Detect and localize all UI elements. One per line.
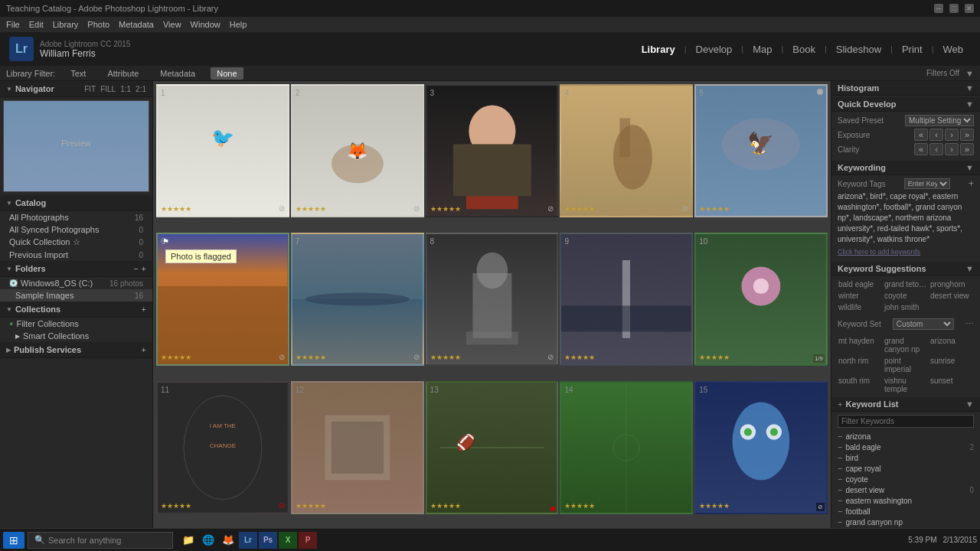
taskbar-firefox[interactable]: 🦊 bbox=[219, 532, 237, 549]
catalog-previous[interactable]: Previous Import 0 bbox=[0, 249, 152, 261]
filter-attribute[interactable]: Attribute bbox=[101, 67, 145, 80]
nav-2-1[interactable]: 2:1 bbox=[136, 85, 146, 93]
ks-sunrise[interactable]: sunrise bbox=[929, 356, 974, 374]
photo-cell-9[interactable]: 9 ★★★★★ bbox=[560, 233, 693, 366]
minimize-button[interactable]: ─ bbox=[934, 4, 943, 13]
catalog-all-photos[interactable]: All Photographs 16 bbox=[0, 211, 152, 223]
histogram-section-header[interactable]: Histogram ▼ bbox=[831, 81, 980, 96]
ks-arizona[interactable]: arizona bbox=[929, 336, 974, 354]
keywording-section-header[interactable]: Keywording ▼ bbox=[831, 161, 980, 175]
exposure-dec-dec[interactable]: « bbox=[914, 129, 928, 141]
taskbar-photoshop[interactable]: Ps bbox=[259, 532, 277, 549]
taskbar-powerpoint[interactable]: P bbox=[299, 532, 317, 549]
clarity-inc-inc[interactable]: » bbox=[960, 143, 974, 155]
quick-develop-section-header[interactable]: Quick Develop ▼ bbox=[831, 97, 980, 112]
ks-mt-hayden[interactable]: mt hayden bbox=[838, 336, 882, 354]
menu-file[interactable]: File bbox=[6, 20, 20, 29]
nav-map[interactable]: Map bbox=[745, 41, 779, 58]
start-button[interactable]: ⊞ bbox=[3, 532, 24, 549]
photo-cell-14[interactable]: 14 ★★★★★ bbox=[560, 381, 693, 514]
suggestion-john-smith[interactable]: john smith bbox=[884, 302, 928, 312]
suggestion-desert-view[interactable]: desert view bbox=[929, 291, 974, 301]
suggestion-coyote[interactable]: coyote bbox=[884, 291, 928, 301]
ks-north-rim[interactable]: north rim bbox=[838, 356, 882, 374]
taskbar-lightroom[interactable]: Lr bbox=[239, 532, 257, 549]
menu-edit[interactable]: Edit bbox=[29, 20, 44, 29]
suggestion-bald-eagle[interactable]: bald eagle bbox=[838, 279, 882, 289]
exposure-inc-inc[interactable]: » bbox=[960, 129, 974, 141]
keyword-add-icon[interactable]: + bbox=[969, 178, 974, 189]
menu-photo[interactable]: Photo bbox=[87, 20, 109, 29]
menu-library[interactable]: Library bbox=[53, 20, 79, 29]
menu-view[interactable]: View bbox=[163, 20, 181, 29]
navigator-section[interactable]: ▼ Navigator FIT FILL 1:1 2:1 bbox=[0, 81, 152, 97]
clarity-inc[interactable]: › bbox=[945, 143, 959, 155]
suggestion-winter[interactable]: winter bbox=[838, 291, 882, 301]
click-to-add-keywords[interactable]: Click here to add keywords bbox=[838, 248, 974, 256]
photo-cell-15[interactable]: 15 ★★★★★ ⊘ bbox=[694, 381, 828, 514]
photo-grid[interactable]: 🐦 1 ★★★★★ ⊘ 🦊 2 ★★★★★ bbox=[153, 81, 831, 531]
nav-1-1[interactable]: 1:1 bbox=[120, 85, 131, 93]
catalog-quick[interactable]: Quick Collection ☆ 0 bbox=[0, 236, 152, 249]
suggestion-grand-teton[interactable]: grand teton np bbox=[884, 279, 928, 289]
filter-toggle[interactable]: ▼ bbox=[965, 69, 974, 78]
nav-web[interactable]: Web bbox=[936, 41, 972, 58]
photo-cell-3[interactable]: 3 ★★★★★ ⊘ bbox=[426, 84, 559, 217]
photo-cell-6[interactable]: 6 ⚑ ★★★★★ ⊘ Photo is flagged bbox=[156, 233, 289, 366]
keyword-suggestions-header[interactable]: Keyword Suggestions ▼ bbox=[831, 262, 980, 276]
catalog-section-header[interactable]: ▼ Catalog bbox=[0, 195, 152, 211]
publish-section-header[interactable]: ▶ Publish Services + bbox=[0, 342, 152, 358]
filter-metadata[interactable]: Metadata bbox=[154, 67, 201, 80]
taskbar-chrome[interactable]: 🌐 bbox=[199, 532, 217, 549]
menu-help[interactable]: Help bbox=[230, 20, 247, 29]
filter-collections[interactable]: ● Filter Collections bbox=[0, 318, 152, 330]
nav-book[interactable]: Book bbox=[785, 41, 823, 58]
folder-sample[interactable]: Sample Images 16 bbox=[0, 289, 152, 302]
saved-preset-select[interactable]: Multiple Settings bbox=[905, 115, 974, 126]
keyword-filter-input[interactable] bbox=[838, 415, 974, 428]
filter-text[interactable]: Text bbox=[64, 67, 92, 80]
photo-cell-11[interactable]: I AM THE CHANGE 11 ★★★★★ ⊘ bbox=[156, 381, 289, 514]
photo-cell-8[interactable]: 8 ★★★★★ ⊘ bbox=[426, 233, 559, 366]
publish-plus-btn[interactable]: + bbox=[142, 345, 146, 354]
ks-south-rim[interactable]: south rim bbox=[838, 376, 882, 394]
ks-vishnu-temple[interactable]: vishnu temple bbox=[884, 376, 928, 394]
nav-develop[interactable]: Develop bbox=[688, 41, 740, 58]
photo-cell-10[interactable]: 10 ★★★★★ 1/9 bbox=[694, 233, 828, 366]
collections-section-header[interactable]: ▼ Collections + bbox=[0, 302, 152, 318]
keyword-set-edit-icon[interactable]: ⋯ bbox=[965, 319, 974, 329]
keyword-list-plus-icon[interactable]: + bbox=[838, 399, 842, 409]
exposure-dec[interactable]: ‹ bbox=[929, 129, 943, 141]
exposure-inc[interactable]: › bbox=[945, 129, 959, 141]
folders-plus-btn[interactable]: + bbox=[142, 264, 146, 273]
clarity-dec-dec[interactable]: « bbox=[914, 143, 928, 155]
folders-section-header[interactable]: ▼ Folders − + bbox=[0, 261, 152, 277]
suggestion-pronghorn[interactable]: pronghorn bbox=[929, 279, 974, 289]
clarity-dec[interactable]: ‹ bbox=[929, 143, 943, 155]
filter-none[interactable]: None bbox=[211, 67, 243, 80]
folders-minus-btn[interactable]: − bbox=[133, 264, 138, 273]
keyword-list-section-header[interactable]: + Keyword List ▼ bbox=[831, 397, 980, 412]
maximize-button[interactable]: □ bbox=[949, 4, 959, 13]
suggestion-wildlife[interactable]: wildlife bbox=[838, 302, 882, 312]
photo-cell-7[interactable]: 7 ★★★★★ ⊘ bbox=[291, 233, 424, 366]
photo-cell-2[interactable]: 🦊 2 ★★★★★ ⊘ bbox=[291, 84, 424, 217]
nav-fit[interactable]: FIT bbox=[84, 85, 96, 93]
catalog-synced[interactable]: All Synced Photographs 0 bbox=[0, 223, 152, 236]
menu-window[interactable]: Window bbox=[191, 20, 220, 29]
taskbar-explorer[interactable]: 📁 bbox=[179, 532, 198, 549]
nav-slideshow[interactable]: Slideshow bbox=[828, 41, 889, 58]
keyword-set-select[interactable]: Custom bbox=[893, 318, 954, 330]
smart-collections[interactable]: ▶ Smart Collections bbox=[0, 330, 152, 342]
close-button[interactable]: ✕ bbox=[965, 4, 974, 13]
photo-cell-5[interactable]: 🦅 5 ★★★★★ bbox=[694, 84, 828, 217]
nav-print[interactable]: Print bbox=[894, 41, 930, 58]
nav-fill[interactable]: FILL bbox=[100, 85, 116, 93]
keyword-mode-select[interactable]: Enter Keywords bbox=[904, 178, 950, 189]
photo-cell-4[interactable]: 4 ★★★★★ ⊘ bbox=[560, 84, 693, 217]
nav-library[interactable]: Library bbox=[634, 41, 683, 58]
photo-cell-1[interactable]: 🐦 1 ★★★★★ ⊘ bbox=[156, 84, 289, 217]
photo-cell-13[interactable]: 🏈 13 ★★★★★ bbox=[426, 381, 559, 514]
taskbar-excel[interactable]: X bbox=[279, 532, 297, 549]
photo-cell-12[interactable]: 12 ★★★★★ bbox=[291, 381, 424, 514]
